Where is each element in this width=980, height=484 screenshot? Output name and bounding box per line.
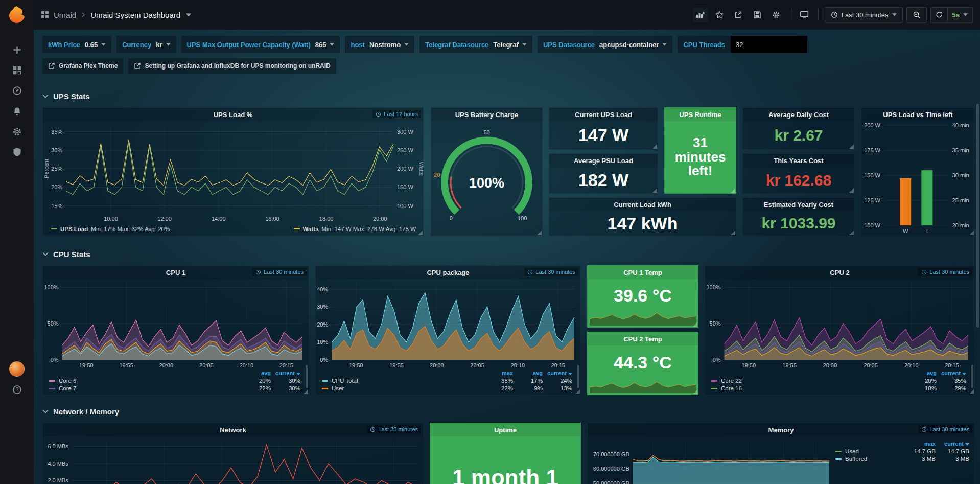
title-caret-icon[interactable] [186, 13, 191, 17]
variable-telegraf-datasource[interactable]: Telegraf DatasourceTelegraf [419, 36, 532, 53]
panel-header[interactable]: This Years Cost [743, 154, 854, 167]
sidebar-item-help[interactable]: ? [0, 381, 34, 398]
panel-resize-handle[interactable] [652, 188, 657, 193]
user-avatar[interactable] [9, 361, 25, 377]
panel-header[interactable]: Average PSU Load [549, 154, 658, 167]
cycle-view-mode-button[interactable] [797, 8, 812, 22]
save-dashboard-button[interactable] [750, 8, 765, 22]
panel-header[interactable]: UPS Load % Last 12 hours [43, 108, 423, 121]
legend-column-avg[interactable]: avg [513, 370, 543, 376]
share-dashboard-button[interactable] [731, 8, 746, 22]
panel-header[interactable]: CPU 2 Last 30 minutes [705, 266, 974, 279]
cpu-package-chart[interactable]: 19:5019:5520:0020:0520:1020:150%10%20%30… [316, 279, 580, 370]
cpu2-chart[interactable]: 19:5019:5520:0020:0520:1020:150%50%100% [705, 279, 974, 370]
dashboard-link-setting-up-grafana-and-influxdb-for-ups-monitoring-on-unraid[interactable]: Setting up Grafana and InfluxDB for UPS … [128, 58, 336, 74]
variable-value[interactable]: apcupsd-container [599, 41, 667, 49]
row-header-cpu-stats[interactable]: CPU Stats [42, 248, 90, 260]
legend-column-current[interactable]: current [936, 441, 969, 447]
variable-ups-max-output-power-capacity-watt[interactable]: UPS Max Output Power Capacity (Watt)865 [181, 36, 340, 53]
legend-item-core-16[interactable]: Core 16 [711, 385, 907, 391]
sidebar-item-configuration[interactable] [0, 121, 34, 142]
panel-resize-handle[interactable] [969, 389, 974, 394]
row-header-network-memory[interactable]: Network / Memory [42, 405, 119, 418]
legend-item-core-7[interactable]: Core 7 [49, 385, 241, 391]
star-dashboard-button[interactable] [712, 8, 727, 22]
legend-item-watts[interactable]: WattsMin: 147 W Max: 278 W Avg: 175 W [294, 226, 416, 232]
cpu1-chart[interactable]: 19:5019:5520:0020:0520:1020:150%50%100% [43, 279, 309, 370]
legend-column-current[interactable]: current [271, 370, 300, 376]
panel-resize-handle[interactable] [575, 389, 580, 394]
panel-title[interactable]: CPU 1 Temp [623, 269, 662, 276]
ups-load-chart[interactable]: 10:0012:0014:0016:0018:0020:0015%20%25%3… [43, 121, 423, 223]
variable-value[interactable]: Nostromo [369, 41, 409, 49]
legend-item-ups-load[interactable]: UPS LoadMin: 17% Max: 32% Avg: 20% [51, 226, 170, 232]
panel-title[interactable]: Uptime [494, 426, 517, 434]
panel-title[interactable]: CPU package [427, 269, 469, 276]
sidebar-item-alerting[interactable] [0, 101, 34, 121]
panel-resize-handle[interactable] [693, 322, 697, 327]
panel-resize-handle[interactable] [849, 188, 854, 193]
variable-value[interactable]: kr [156, 41, 170, 49]
legend-item-used[interactable]: Used [835, 448, 902, 454]
variable-currency[interactable]: Currencykr [116, 36, 176, 53]
dashboard-link-grafana-plex-theme[interactable]: Grafana Plex Theme [42, 58, 123, 74]
legend-item-core-6[interactable]: Core 6 [49, 378, 241, 384]
panel-title[interactable]: Average PSU Load [574, 157, 633, 165]
legend-item-user[interactable]: User [322, 385, 483, 391]
panel-title[interactable]: UPS Runtime [679, 111, 721, 119]
panel-title[interactable]: UPS Load vs Time left [883, 111, 952, 119]
panel-header[interactable]: CPU package Last 30 minutes [316, 266, 580, 279]
panel-header[interactable]: UPS Runtime [665, 108, 736, 121]
legend-scrollbar[interactable] [971, 365, 973, 388]
panel-header[interactable]: Memory Last 30 minutes [588, 423, 974, 436]
panel-resize-handle[interactable] [693, 389, 697, 394]
panel-resize-handle[interactable] [537, 231, 542, 235]
panel-title[interactable]: Network [220, 426, 246, 434]
grafana-logo[interactable] [7, 5, 27, 25]
sidebar-item-create[interactable] [0, 39, 34, 60]
memory-chart[interactable]: 19:5019:5520:0020:0520:1020:1550.000000 … [588, 436, 835, 484]
variable-host[interactable]: hostNostromo [345, 36, 414, 53]
ups-load-time-left-chart[interactable]: 100 W125 W150 W175 W200 W20 min25 min30 … [861, 121, 974, 236]
legend-scrollbar[interactable] [577, 365, 579, 388]
legend-column-current[interactable]: current [543, 370, 572, 376]
panel-title[interactable]: This Years Cost [774, 157, 823, 165]
panel-resize-handle[interactable] [731, 231, 735, 235]
panel-header[interactable]: Current UPS Load [549, 108, 658, 121]
panel-header[interactable]: Network Last 30 minutes [43, 423, 423, 436]
variable-value[interactable]: Telegraf [493, 41, 527, 49]
panel-title[interactable]: Estimated Yearly Cost [764, 201, 833, 209]
legend-column-avg[interactable]: avg [241, 370, 271, 376]
sidebar-item-explore[interactable] [0, 80, 34, 101]
panel-title[interactable]: CPU 2 [830, 269, 849, 276]
sidebar-item-dashboards[interactable] [0, 60, 34, 80]
variable-ups-datasource[interactable]: UPS Datasourceapcupsd-container [538, 36, 672, 53]
breadcrumb-folder[interactable]: Unraid [54, 11, 76, 19]
legend-item-core-22[interactable]: Core 22 [711, 378, 907, 384]
legend-column-current[interactable]: current [937, 370, 966, 376]
panel-title[interactable]: Current Load kWh [614, 201, 671, 209]
refresh-button[interactable] [930, 7, 947, 23]
panel-header[interactable]: UPS Battery Charge [431, 108, 542, 121]
panel-title[interactable]: CPU 1 [166, 269, 185, 276]
dashboard-settings-button[interactable] [768, 8, 784, 22]
legend-column-avg[interactable]: avg [907, 370, 937, 376]
panel-header[interactable]: Estimated Yearly Cost [743, 198, 854, 211]
panel-title[interactable]: UPS Load % [214, 111, 253, 119]
panel-header[interactable]: UPS Load vs Time left [861, 108, 974, 121]
panel-resize-handle[interactable] [731, 188, 735, 193]
panel-title[interactable]: UPS Battery Charge [455, 111, 519, 119]
legend-column-max[interactable]: max [483, 370, 513, 376]
row-header-ups-stats[interactable]: UPS Stats [42, 90, 90, 102]
panel-header[interactable]: Current Load kWh [549, 198, 736, 211]
panel-title[interactable]: Average Daily Cost [768, 111, 829, 119]
variable-value[interactable]: 865 [315, 41, 335, 49]
variable-kwh-price[interactable]: kWh Price0.65 [42, 36, 111, 53]
variable-input-cpu-threads[interactable] [731, 36, 807, 53]
panel-header[interactable]: CPU 1 Temp [588, 266, 698, 279]
sidebar-item-server-admin[interactable] [0, 142, 34, 162]
panel-title[interactable]: Current UPS Load [575, 111, 632, 119]
panel-resize-handle[interactable] [849, 231, 854, 235]
panel-title[interactable]: CPU 2 Temp [623, 335, 662, 343]
page-scrollbar[interactable] [976, 104, 979, 328]
